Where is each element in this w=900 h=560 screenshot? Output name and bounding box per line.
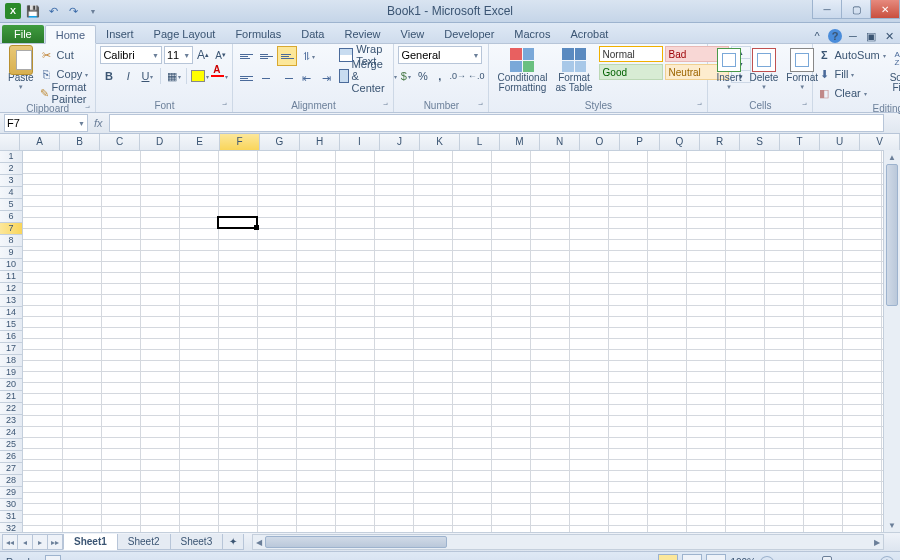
col-header-C[interactable]: C bbox=[100, 134, 140, 150]
col-header-G[interactable]: G bbox=[260, 134, 300, 150]
tab-developer[interactable]: Developer bbox=[434, 25, 504, 43]
fx-icon[interactable]: fx bbox=[94, 117, 103, 129]
align-top-button[interactable] bbox=[237, 47, 255, 65]
hscroll-thumb[interactable] bbox=[265, 536, 447, 548]
excel-icon[interactable]: X bbox=[4, 2, 22, 20]
row-header-17[interactable]: 17 bbox=[0, 343, 22, 355]
row-header-22[interactable]: 22 bbox=[0, 403, 22, 415]
col-header-O[interactable]: O bbox=[580, 134, 620, 150]
align-bottom-button[interactable] bbox=[277, 46, 297, 66]
row-header-4[interactable]: 4 bbox=[0, 187, 22, 199]
tab-review[interactable]: Review bbox=[334, 25, 390, 43]
percent-button[interactable]: % bbox=[415, 67, 430, 85]
col-header-Q[interactable]: Q bbox=[660, 134, 700, 150]
row-header-27[interactable]: 27 bbox=[0, 463, 22, 475]
sheet-tab-sheet2[interactable]: Sheet2 bbox=[117, 534, 171, 550]
row-header-26[interactable]: 26 bbox=[0, 451, 22, 463]
font-name-select[interactable]: Calibri▼ bbox=[100, 46, 162, 64]
formula-input[interactable] bbox=[109, 114, 884, 132]
accounting-format-button[interactable]: $ bbox=[398, 67, 413, 85]
row-header-32[interactable]: 32 bbox=[0, 523, 22, 532]
row-header-13[interactable]: 13 bbox=[0, 295, 22, 307]
col-header-D[interactable]: D bbox=[140, 134, 180, 150]
sheet-tab-sheet3[interactable]: Sheet3 bbox=[170, 534, 224, 550]
tab-macros[interactable]: Macros bbox=[504, 25, 560, 43]
vscroll-thumb[interactable] bbox=[886, 164, 898, 306]
row-header-23[interactable]: 23 bbox=[0, 415, 22, 427]
scroll-right-icon[interactable]: ▶ bbox=[871, 535, 883, 549]
row-header-24[interactable]: 24 bbox=[0, 427, 22, 439]
redo-icon[interactable]: ↷ bbox=[64, 2, 82, 20]
col-header-V[interactable]: V bbox=[860, 134, 900, 150]
zoom-knob[interactable] bbox=[822, 556, 832, 560]
col-header-R[interactable]: R bbox=[700, 134, 740, 150]
macro-record-icon[interactable] bbox=[45, 555, 61, 560]
page-layout-view-button[interactable] bbox=[682, 554, 702, 560]
vertical-scrollbar[interactable]: ▲ ▼ bbox=[883, 150, 900, 532]
row-header-10[interactable]: 10 bbox=[0, 259, 22, 271]
tab-view[interactable]: View bbox=[391, 25, 435, 43]
cell-style-good[interactable]: Good bbox=[599, 64, 663, 80]
fill-handle[interactable] bbox=[254, 225, 259, 230]
row-header-20[interactable]: 20 bbox=[0, 379, 22, 391]
row-header-31[interactable]: 31 bbox=[0, 511, 22, 523]
col-header-M[interactable]: M bbox=[500, 134, 540, 150]
grow-font-button[interactable]: A▴ bbox=[195, 46, 211, 64]
zoom-level[interactable]: 100% bbox=[730, 557, 756, 561]
row-header-5[interactable]: 5 bbox=[0, 199, 22, 211]
save-icon[interactable]: 💾 bbox=[24, 2, 42, 20]
page-break-view-button[interactable] bbox=[706, 554, 726, 560]
undo-icon[interactable]: ↶ bbox=[44, 2, 62, 20]
row-header-16[interactable]: 16 bbox=[0, 331, 22, 343]
col-header-T[interactable]: T bbox=[780, 134, 820, 150]
row-header-9[interactable]: 9 bbox=[0, 247, 22, 259]
cell-style-normal[interactable]: Normal bbox=[599, 46, 663, 62]
align-right-button[interactable] bbox=[277, 69, 295, 87]
row-header-2[interactable]: 2 bbox=[0, 163, 22, 175]
zoom-in-button[interactable]: + bbox=[880, 556, 894, 561]
sheet-nav-first[interactable]: ◂◂ bbox=[2, 534, 18, 550]
row-header-7[interactable]: 7 bbox=[0, 223, 22, 235]
tab-file[interactable]: File bbox=[2, 25, 44, 43]
cells-area[interactable] bbox=[23, 151, 900, 532]
tab-formulas[interactable]: Formulas bbox=[225, 25, 291, 43]
sheet-nav-last[interactable]: ▸▸ bbox=[47, 534, 63, 550]
tab-home[interactable]: Home bbox=[45, 25, 96, 44]
format-painter-button[interactable]: ✎Format Painter bbox=[40, 84, 92, 102]
fill-button[interactable]: ⬇Fill▾ bbox=[817, 65, 885, 83]
align-center-button[interactable] bbox=[257, 69, 275, 87]
cut-button[interactable]: ✂Cut bbox=[40, 46, 92, 64]
orientation-button[interactable]: ⥮ bbox=[299, 47, 317, 65]
delete-cells-button[interactable]: Delete▼ bbox=[745, 46, 782, 92]
col-header-E[interactable]: E bbox=[180, 134, 220, 150]
number-format-select[interactable]: General▼ bbox=[398, 46, 482, 64]
font-size-select[interactable]: 11▼ bbox=[164, 46, 193, 64]
row-header-25[interactable]: 25 bbox=[0, 439, 22, 451]
help-icon[interactable]: ? bbox=[828, 29, 842, 43]
row-header-30[interactable]: 30 bbox=[0, 499, 22, 511]
row-header-28[interactable]: 28 bbox=[0, 475, 22, 487]
decrease-indent-button[interactable]: ⇤ bbox=[297, 69, 315, 87]
sheet-tab-sheet1[interactable]: Sheet1 bbox=[63, 534, 118, 550]
row-header-8[interactable]: 8 bbox=[0, 235, 22, 247]
col-header-H[interactable]: H bbox=[300, 134, 340, 150]
sheet-nav-prev[interactable]: ◂ bbox=[17, 534, 33, 550]
paste-button[interactable]: Paste ▼ bbox=[4, 46, 38, 92]
scroll-down-icon[interactable]: ▼ bbox=[884, 518, 900, 532]
increase-indent-button[interactable]: ⇥ bbox=[317, 69, 335, 87]
workbook-minimize-icon[interactable]: ─ bbox=[846, 29, 860, 43]
row-header-29[interactable]: 29 bbox=[0, 487, 22, 499]
sort-filter-button[interactable]: Sort & Filter bbox=[886, 46, 900, 95]
scroll-up-icon[interactable]: ▲ bbox=[884, 150, 900, 164]
col-header-K[interactable]: K bbox=[420, 134, 460, 150]
horizontal-scrollbar[interactable]: ◀ ▶ bbox=[252, 534, 884, 550]
normal-view-button[interactable] bbox=[658, 554, 678, 560]
qat-dropdown-icon[interactable]: ▼ bbox=[84, 2, 102, 20]
insert-cells-button[interactable]: Insert▼ bbox=[712, 46, 745, 92]
fill-color-button[interactable] bbox=[191, 67, 209, 85]
border-button[interactable]: ▦ bbox=[165, 67, 182, 85]
decrease-decimal-button[interactable]: ←.0 bbox=[468, 67, 485, 85]
sheet-nav-next[interactable]: ▸ bbox=[32, 534, 48, 550]
row-header-3[interactable]: 3 bbox=[0, 175, 22, 187]
col-header-A[interactable]: A bbox=[20, 134, 60, 150]
